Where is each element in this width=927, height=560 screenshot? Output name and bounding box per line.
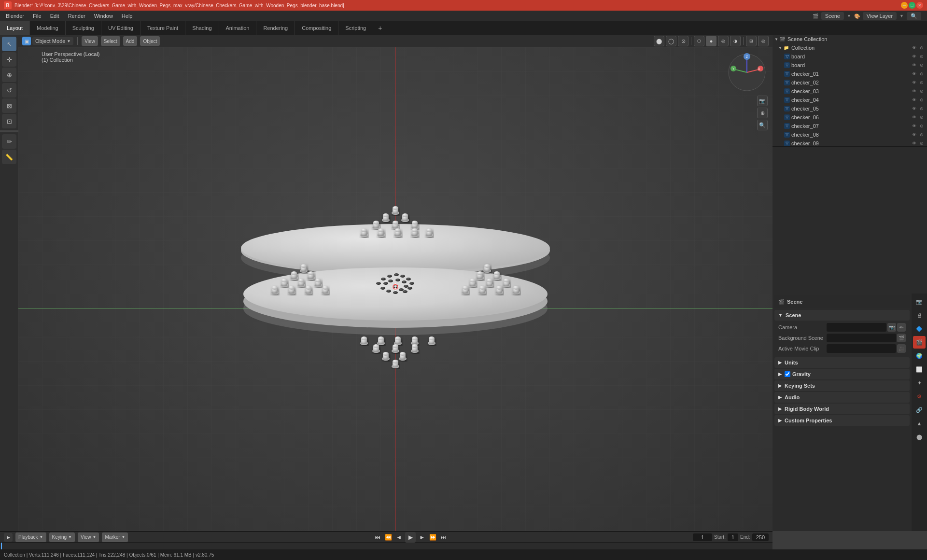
rigid-body-world-header[interactable]: ▶ Rigid Body World xyxy=(774,404,910,414)
window-controls[interactable]: ─ □ ✕ xyxy=(901,2,923,9)
outliner-scene-collection[interactable]: ▼ 🎬 Scene Collection xyxy=(772,35,927,43)
prop-icon-output[interactable]: 🖨 xyxy=(913,309,926,322)
audio-header[interactable]: ▶ Audio xyxy=(774,392,910,403)
search-button[interactable]: 🔍 xyxy=(907,12,921,20)
tab-layout[interactable]: Layout xyxy=(0,21,30,35)
camera-edit-icon[interactable]: ✏ xyxy=(897,323,906,332)
playback-menu[interactable]: Playback ▼ xyxy=(15,532,46,542)
outliner-checker_02[interactable]: ▽ checker_02 👁 ⊙ xyxy=(772,78,927,87)
tool-transform[interactable]: ⊡ xyxy=(2,114,16,128)
eye-icon-checker_02[interactable]: 👁 xyxy=(911,79,917,86)
scene-selector[interactable]: Scene xyxy=(821,12,844,20)
scene-section-header[interactable]: ▼ Scene xyxy=(774,310,910,321)
outliner-checker_01[interactable]: ▽ checker_01 👁 ⊙ xyxy=(772,70,927,78)
viewport-shading-solid[interactable]: ⬤ xyxy=(654,36,664,46)
cursor-icon-checker_03[interactable]: ⊙ xyxy=(918,88,925,95)
minimize-button[interactable]: ─ xyxy=(901,2,908,9)
outliner-checker_09[interactable]: ▽ checker_09 👁 ⊙ xyxy=(772,139,927,146)
current-frame-display[interactable]: 1 xyxy=(693,533,712,541)
keying-menu[interactable]: Keying ▼ xyxy=(49,532,75,542)
mode-selector[interactable]: Object Mode ▼ xyxy=(32,37,73,45)
maximize-button[interactable]: □ xyxy=(909,2,915,9)
units-header[interactable]: ▶ Units xyxy=(774,357,910,368)
snap-toggle[interactable]: ⊞ xyxy=(746,36,757,46)
end-frame-input[interactable]: 250 xyxy=(752,533,769,541)
cursor-icon-checker_02[interactable]: ⊙ xyxy=(918,79,925,86)
shading-solid[interactable]: ● xyxy=(706,36,716,46)
prop-icon-scene[interactable]: 🎬 xyxy=(913,336,926,349)
camera-view-btn[interactable]: 📷 xyxy=(757,96,768,106)
marker-menu[interactable]: Marker ▼ xyxy=(102,532,128,542)
view-menu[interactable]: View xyxy=(82,36,98,46)
eye-icon-checker_06[interactable]: 👁 xyxy=(911,114,917,121)
tab-uv-editing[interactable]: UV Editing xyxy=(101,21,140,35)
select-menu[interactable]: Select xyxy=(101,36,120,46)
tool-select-box[interactable]: ↖ xyxy=(2,37,16,51)
tool-cursor[interactable]: ✛ xyxy=(2,52,16,67)
bg-scene-picker-icon[interactable]: 🎬 xyxy=(897,334,906,342)
eye-icon-checker_09[interactable]: 👁 xyxy=(911,140,917,146)
outliner-checker_07[interactable]: ▽ checker_07 👁 ⊙ xyxy=(772,122,927,130)
board-eye-icon[interactable]: 👁 xyxy=(911,53,917,60)
tool-measure[interactable]: 📏 xyxy=(2,150,16,164)
outliner-checker_08[interactable]: ▽ checker_08 👁 ⊙ xyxy=(772,130,927,139)
eye-icon-checker_03[interactable]: 👁 xyxy=(911,88,917,95)
outliner-board[interactable]: ▽ board 👁 ⊙ xyxy=(772,61,927,70)
cursor-icon-checker_07[interactable]: ⊙ xyxy=(918,123,925,129)
eye-icon-checker_08[interactable]: 👁 xyxy=(911,131,917,138)
eye-icon-checker_07[interactable]: 👁 xyxy=(911,123,917,129)
prop-icon-particles[interactable]: ✦ xyxy=(913,377,926,389)
play-btn[interactable]: ▶ xyxy=(405,532,416,543)
prev-keyframe-btn[interactable]: ⏪ xyxy=(384,533,393,542)
menu-file[interactable]: File xyxy=(29,12,45,20)
viewport-3d[interactable]: User Perspective (Local) (1) Collection … xyxy=(18,47,772,531)
tool-scale[interactable]: ⊠ xyxy=(2,98,16,113)
viewport-control-btn[interactable]: ⊕ xyxy=(757,108,768,118)
keying-sets-header[interactable]: ▶ Keying Sets xyxy=(774,380,910,391)
cursor-icon-checker_06[interactable]: ⊙ xyxy=(918,114,925,121)
object-menu[interactable]: Object xyxy=(140,36,160,46)
eye-icon-checker_05[interactable]: 👁 xyxy=(911,105,917,112)
next-keyframe-btn[interactable]: ⏩ xyxy=(428,533,437,542)
shading-wireframe[interactable]: ⬡ xyxy=(694,36,704,46)
eye-icon-checker_01[interactable]: 👁 xyxy=(911,70,917,77)
cursor-icon-checker_04[interactable]: ⊙ xyxy=(918,97,925,103)
start-frame-input[interactable]: 1 xyxy=(728,533,738,541)
prop-icon-render[interactable]: 📷 xyxy=(913,295,926,308)
jump-start-btn[interactable]: ⏮ xyxy=(373,533,382,542)
prop-icon-constraints[interactable]: 🔗 xyxy=(913,404,926,416)
outliner-checker_04[interactable]: ▽ checker_04 👁 ⊙ xyxy=(772,96,927,104)
viewport-gizmo[interactable]: X Y Z xyxy=(727,52,768,93)
cursor-icon-checker_09[interactable]: ⊙ xyxy=(918,140,925,146)
tab-compositing[interactable]: Compositing xyxy=(295,21,338,35)
cursor-icon-board[interactable]: ⊙ xyxy=(918,62,925,69)
eye-icon-board[interactable]: 👁 xyxy=(911,62,917,69)
eye-icon[interactable]: 👁 xyxy=(911,44,917,51)
custom-properties-header[interactable]: ▶ Custom Properties xyxy=(774,415,910,426)
menu-render[interactable]: Render xyxy=(64,12,89,20)
outliner-collection[interactable]: ▼ 📁 Collection 👁 ⊙ xyxy=(772,43,927,52)
gravity-checkbox[interactable] xyxy=(785,371,790,377)
viewport-overlay-toggle[interactable]: ◯ xyxy=(666,36,676,46)
bg-scene-value[interactable] xyxy=(827,334,896,342)
tab-rendering[interactable]: Rendering xyxy=(256,21,295,35)
shading-rendered[interactable]: ◎ xyxy=(718,36,729,46)
tab-shading[interactable]: Shading xyxy=(185,21,219,35)
tab-modeling[interactable]: Modeling xyxy=(30,21,66,35)
tab-texture-paint[interactable]: Texture Paint xyxy=(140,21,185,35)
outliner-board[interactable]: ▽ board 👁 ⊙ xyxy=(772,52,927,61)
movie-clip-value[interactable] xyxy=(827,344,896,353)
menu-help[interactable]: Help xyxy=(118,12,137,20)
shading-material[interactable]: ◑ xyxy=(730,36,741,46)
cursor-icon-checker_01[interactable]: ⊙ xyxy=(918,70,925,77)
movie-clip-icon[interactable]: 🎥 xyxy=(897,344,906,353)
outliner-checker_06[interactable]: ▽ checker_06 👁 ⊙ xyxy=(772,113,927,122)
jump-end-btn[interactable]: ⏭ xyxy=(439,533,448,542)
tab-scripting[interactable]: Scripting xyxy=(338,21,373,35)
add-workspace-button[interactable]: + xyxy=(373,21,387,35)
prop-icon-material[interactable]: ⬤ xyxy=(913,431,926,443)
prop-icon-physics[interactable]: ⚙ xyxy=(913,390,926,403)
cursor-icon[interactable]: ⊙ xyxy=(918,44,925,51)
cursor-icon-checker_05[interactable]: ⊙ xyxy=(918,105,925,112)
view-layer-selector[interactable]: View Layer xyxy=(863,12,897,20)
